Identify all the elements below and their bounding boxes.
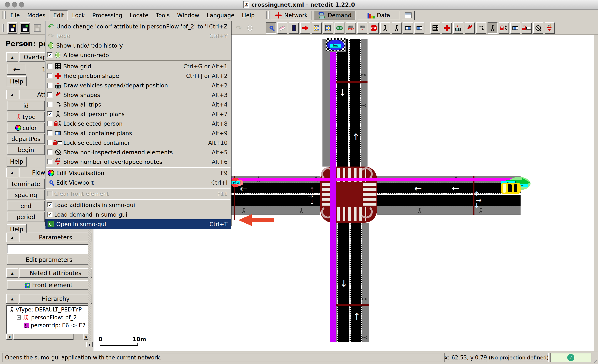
checkbox-unchecked-icon[interactable] <box>47 92 52 98</box>
save-network-button[interactable] <box>8 22 17 34</box>
menu-item-show-non-inspected-demand-elements[interactable]: Show non-inspected demand elementsAlt+5 <box>45 148 231 157</box>
show-non-inspected-button[interactable] <box>533 22 543 34</box>
inspect-mode-button[interactable] <box>266 22 276 34</box>
type-mode-button[interactable]: TYPE <box>346 22 356 34</box>
checkbox-unchecked-icon[interactable] <box>47 159 52 165</box>
inspect-attribute-departpos-button[interactable]: departPos <box>7 134 45 144</box>
checkbox-unchecked-icon[interactable] <box>47 102 52 107</box>
menubar-item-lock[interactable]: Lock <box>69 11 88 20</box>
lane[interactable] <box>336 39 349 166</box>
toolbar-grip[interactable] <box>265 11 267 19</box>
route-distribution-mode-button[interactable] <box>312 22 322 34</box>
menu-item-open-in-sumo-gui[interactable]: Open in sumo-guiCtrl+T <box>45 219 231 229</box>
show-person-plans-button[interactable] <box>488 22 498 34</box>
scroll-down-icon[interactable]: ▼ <box>86 342 93 347</box>
flow-attribute-end-button[interactable]: end <box>7 201 45 211</box>
flow-attribute-period-button[interactable]: period <box>7 212 45 222</box>
person-mode-button[interactable] <box>380 22 390 34</box>
sidebar-vscrollbar[interactable] <box>88 229 91 341</box>
hierarchy-hscrollbar[interactable]: ◀ ▶ <box>6 334 90 340</box>
save-demand-elements-button[interactable] <box>32 22 42 34</box>
type-distribution-mode-button[interactable]: + <box>357 22 367 34</box>
window-maximize-button[interactable] <box>19 2 24 8</box>
collapse-flow-button[interactable]: ▲ <box>6 168 18 177</box>
move-mode-button[interactable] <box>289 22 299 34</box>
menubar-item-modes[interactable]: Modes <box>24 11 49 20</box>
delete-mode-button[interactable] <box>277 22 287 34</box>
lock-selected-person-button[interactable] <box>499 22 509 34</box>
hierarchy-item-personflow[interactable]: −personFlow: pf_2 <box>7 314 89 322</box>
toolbar-grip[interactable] <box>268 11 270 19</box>
undo-history-button[interactable] <box>245 22 255 34</box>
menubar-item-window[interactable]: Window <box>174 11 202 20</box>
new-window-button[interactable] <box>402 11 415 20</box>
checkbox-unchecked-icon[interactable] <box>47 121 52 126</box>
menu-item-show-grid[interactable]: Show gridCtrl+G or Alt+1 <box>45 61 231 71</box>
group-header-parameters[interactable]: Parameters <box>19 232 92 242</box>
checkbox-checked-icon[interactable]: ✔ <box>47 212 52 217</box>
collapse-attributes-button[interactable]: ▲ <box>6 90 18 99</box>
flow-attribute-terminate-button[interactable]: terminate <box>7 179 45 189</box>
hierarchy-item-persontrip[interactable]: persontrip: E6 -> E7 <box>7 322 89 329</box>
lane[interactable] <box>377 195 521 207</box>
checkbox-checked-icon[interactable]: ✔ <box>47 202 52 208</box>
lock-selected-container-button[interactable] <box>522 22 532 34</box>
road-north[interactable]: ↓ ↑ <box>323 39 367 166</box>
checkbox-unchecked-icon[interactable] <box>47 83 52 88</box>
menu-item-edit-viewport[interactable]: Edit ViewportCtrl+I <box>45 178 231 187</box>
checkbox-unchecked-icon[interactable] <box>47 130 52 136</box>
menu-item-allow-undo-redo[interactable]: ✔Allow undo-redo <box>45 50 231 60</box>
checkbox-checked-icon[interactable]: ✔ <box>47 52 52 58</box>
road-east[interactable]: ← ← ↑ → ↓ <box>377 176 521 215</box>
menu-item-hide-junction-shape[interactable]: Hide junction shapeCtrl+J or Alt+2 <box>45 71 231 81</box>
parameters-input[interactable] <box>7 244 90 254</box>
lane[interactable] <box>232 195 320 207</box>
menubar-item-language[interactable]: Language <box>203 11 238 20</box>
tree-collapse-icon[interactable]: − <box>17 315 21 320</box>
toolbar-grip[interactable] <box>1 11 2 19</box>
group-header-hierarchy[interactable]: Hierarchy <box>19 294 92 304</box>
redo-button[interactable]: ↷ <box>234 22 244 34</box>
inspect-attribute-id-button[interactable]: id <box>7 101 45 111</box>
checkbox-unchecked-icon[interactable] <box>47 149 52 155</box>
menubar-item-help[interactable]: Help <box>239 11 258 20</box>
previous-overlapped-button[interactable]: ← <box>7 64 26 75</box>
menubar-item-edit[interactable]: Edit <box>50 10 68 20</box>
hscroll-thumb[interactable] <box>13 334 74 340</box>
menu-item-edit-visualisation[interactable]: Edit VisualisationF9 <box>45 168 231 178</box>
show-shapes-button[interactable] <box>465 22 475 34</box>
toolbar-grip[interactable] <box>5 24 6 32</box>
menubar-item-processing[interactable]: Processing <box>89 11 126 20</box>
inspect-attribute-type-button[interactable]: type <box>7 112 45 122</box>
supermode-demand-button[interactable]: Demand <box>314 11 356 20</box>
window-minimize-button[interactable] <box>12 2 17 8</box>
vehicle-stop-area-button[interactable] <box>323 22 333 34</box>
collapse-parameters-button[interactable]: ▲ <box>6 232 18 242</box>
menu-item-load-additionals-in-sumo-gui[interactable]: ✔Load additionals in sumo-gui <box>45 200 231 210</box>
flow-attribute-spacing-button[interactable]: spacing <box>7 190 45 200</box>
checkbox-checked-icon[interactable]: ✔ <box>47 111 52 117</box>
supermode-data-button[interactable]: Data <box>358 11 399 20</box>
container-mode-button[interactable] <box>403 22 413 34</box>
menu-item-lock-selected-person[interactable]: Lock selected personAlt+8 <box>45 119 231 128</box>
menu-item-draw-vehicles-spread-depart-position[interactable]: ↔Draw vehicles spread/depart positionAlt… <box>45 81 231 90</box>
lane[interactable] <box>377 183 521 194</box>
inspect-attribute-begin-button[interactable]: begin <box>7 145 45 155</box>
collapse-hierarchy-button[interactable]: ▲ <box>6 294 18 304</box>
collapse-overlapped-button[interactable]: ▲ <box>6 52 18 62</box>
hierarchy-item-walker[interactable]: vType: DEFAULT_PEDTYP <box>7 306 89 314</box>
resize-grip[interactable] <box>591 357 597 363</box>
stop-mode-button[interactable]: STOP <box>369 22 379 34</box>
edit-parameters-button[interactable]: Edit parameters <box>7 255 91 265</box>
overlapped-help-button[interactable]: Help <box>7 76 27 86</box>
bus-vehicle[interactable]: bus <box>326 38 346 52</box>
show-container-plans-button[interactable] <box>510 22 520 34</box>
supermode-network-button[interactable]: Network <box>271 11 311 20</box>
menubar-item-tools[interactable]: Tools <box>153 11 173 20</box>
draw-vehicles-spread-button[interactable]: ↔ <box>453 22 463 34</box>
vehicle-mode-button[interactable] <box>334 22 344 34</box>
personflow-marker[interactable]: pf_2 <box>231 177 248 189</box>
show-overlapped-routes-button[interactable]: #↑ <box>545 22 555 34</box>
road-south[interactable]: ↓ ↑ <box>330 223 369 342</box>
toolbar-grip[interactable] <box>2 24 4 32</box>
